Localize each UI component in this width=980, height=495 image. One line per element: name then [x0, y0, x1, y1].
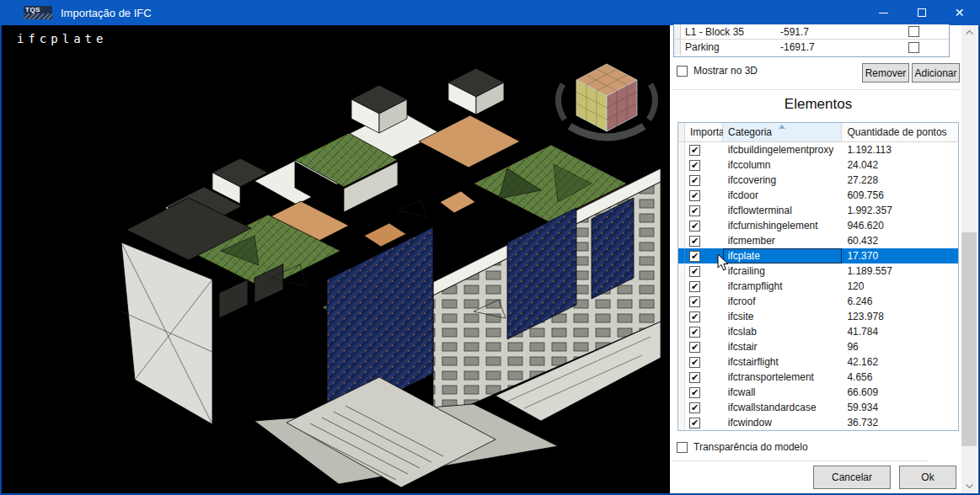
panel-scrollbar[interactable] [961, 25, 977, 493]
import-checkbox[interactable]: ✔ [689, 311, 700, 322]
points-cell: 59.934 [842, 402, 958, 413]
category-cell[interactable]: ifcbuildingelementproxy [723, 142, 843, 157]
3d-viewport[interactable]: ifcplate [2, 25, 670, 493]
import-checkbox[interactable]: ✔ [689, 266, 700, 277]
category-cell[interactable]: ifcwallstandardcase [723, 400, 843, 415]
cancel-button[interactable]: Cancelar [813, 466, 891, 489]
column-header-pontos[interactable]: Quantidade de pontos [842, 123, 958, 141]
add-button[interactable]: Adicionar [912, 63, 960, 82]
category-cell[interactable]: ifccovering [723, 173, 843, 188]
table-row[interactable]: ✔ifcbuildingelementproxy1.192.113 [678, 142, 958, 157]
import-checkbox[interactable]: ✔ [689, 387, 700, 398]
category-cell[interactable]: ifccolumn [723, 157, 843, 173]
import-checkbox[interactable]: ✔ [689, 175, 700, 186]
level-checkbox[interactable] [908, 26, 919, 37]
category-cell[interactable]: ifcslab [723, 324, 843, 339]
row-header-strip [678, 339, 685, 354]
minimize-button[interactable] [865, 0, 902, 25]
table-row[interactable]: ✔ifcslab41.784 [678, 324, 958, 339]
elements-table-body: ✔ifcbuildingelementproxy1.192.113✔ifccol… [678, 142, 958, 430]
category-cell[interactable]: ifcstairflight [723, 354, 843, 370]
remove-button[interactable]: Remover [862, 63, 909, 82]
level-row[interactable]: Parking-1691.7 [674, 40, 949, 55]
points-cell: 6.246 [842, 295, 958, 307]
import-checkbox[interactable]: ✔ [689, 357, 700, 368]
category-cell[interactable]: ifcroof [723, 294, 843, 309]
table-row[interactable]: ✔ifcstair96 [678, 339, 958, 354]
category-cell[interactable]: ifcdoor [723, 188, 843, 203]
table-row[interactable]: ✔ifcdoor609.756 [678, 188, 958, 203]
levels-list[interactable]: L1 - Block 35-591.7Parking-1691.7 [673, 24, 950, 57]
points-cell: 123.978 [842, 311, 958, 322]
table-row[interactable]: ✔ifcfurnishingelement946.620 [678, 218, 958, 233]
table-row[interactable]: ✔ifcroof6.246 [678, 294, 958, 309]
points-cell: 1.192.113 [842, 144, 958, 156]
category-cell[interactable]: ifcmember [723, 233, 843, 248]
table-row[interactable]: ✔ifcwindow36.732 [678, 415, 958, 430]
table-row[interactable]: ✔ifcflowterminal1.992.357 [678, 203, 958, 218]
points-cell: 24.042 [842, 159, 958, 171]
table-row[interactable]: ✔ifccovering27.228 [678, 173, 958, 188]
import-cell: ✔ [685, 203, 723, 218]
import-checkbox[interactable]: ✔ [689, 236, 700, 247]
row-header-strip [678, 354, 685, 370]
row-header-strip [678, 324, 685, 339]
import-checkbox[interactable]: ✔ [689, 402, 700, 413]
tqs-app-icon: TQS [24, 6, 52, 19]
minimize-icon [879, 13, 888, 13]
column-header-categoria[interactable]: Categoria [723, 123, 843, 141]
table-row[interactable]: ✔ifcrampflight120 [678, 279, 958, 294]
scroll-up-icon[interactable] [961, 25, 977, 40]
import-checkbox[interactable]: ✔ [689, 296, 700, 307]
category-cell[interactable]: ifcwindow [723, 415, 843, 430]
import-checkbox[interactable]: ✔ [689, 342, 700, 353]
table-row[interactable]: ✔ifccolumn24.042 [678, 157, 958, 173]
category-cell[interactable]: ifcsite [723, 309, 843, 324]
import-checkbox[interactable]: ✔ [689, 251, 700, 262]
show-in-3d-checkbox[interactable] [677, 66, 688, 77]
table-row[interactable]: ✔ifcstairflight42.162 [678, 354, 958, 370]
import-checkbox[interactable]: ✔ [689, 372, 700, 383]
viewport-category-label: ifcplate [17, 32, 107, 45]
scroll-down-icon[interactable] [961, 479, 977, 493]
elements-heading: Elementos [677, 96, 959, 113]
title-bar[interactable]: TQS Importação de IFC ✕ [0, 0, 980, 25]
ok-button[interactable]: Ok [899, 466, 956, 489]
table-row[interactable]: ✔ifcsite123.978 [678, 309, 958, 324]
import-cell: ✔ [685, 233, 723, 248]
level-row[interactable]: L1 - Block 35-591.7 [674, 24, 949, 40]
view-cube[interactable] [551, 52, 662, 146]
category-cell[interactable]: ifcplate [723, 248, 843, 263]
category-cell[interactable]: ifcstair [723, 339, 843, 354]
category-cell[interactable]: ifcwall [723, 385, 843, 400]
import-checkbox[interactable]: ✔ [689, 145, 700, 156]
import-checkbox[interactable]: ✔ [689, 281, 700, 292]
category-cell[interactable]: ifcrampflight [723, 279, 843, 294]
import-checkbox[interactable]: ✔ [689, 190, 700, 201]
import-checkbox[interactable]: ✔ [689, 205, 700, 216]
import-checkbox[interactable]: ✔ [689, 327, 700, 338]
table-row[interactable]: ✔ifcwallstandardcase59.934 [678, 400, 958, 415]
import-cell: ✔ [685, 157, 723, 173]
import-checkbox[interactable]: ✔ [689, 418, 700, 428]
table-row[interactable]: ✔ifcmember60.432 [678, 233, 958, 248]
scrollbar-thumb[interactable] [961, 232, 977, 446]
table-row[interactable]: ✔ifctransportelement4.656 [678, 370, 958, 385]
close-button[interactable]: ✕ [940, 0, 978, 25]
level-checkbox[interactable] [908, 42, 919, 53]
table-row[interactable]: ✔ifcwall66.609 [678, 385, 958, 400]
points-cell: 1.189.557 [842, 265, 958, 277]
model-transparency-checkbox[interactable] [677, 442, 688, 453]
import-checkbox[interactable]: ✔ [689, 160, 700, 171]
row-header-strip [678, 157, 685, 173]
elements-table-header: Importar Categoria Quantidade de pontos [678, 123, 958, 142]
category-cell[interactable]: ifcflowterminal [723, 203, 843, 218]
level-elevation: -1691.7 [780, 41, 898, 53]
column-header-importar[interactable]: Importar [685, 123, 723, 141]
import-checkbox[interactable]: ✔ [689, 221, 700, 232]
points-cell: 27.228 [842, 174, 958, 186]
maximize-button[interactable] [902, 0, 940, 25]
category-cell[interactable]: ifcrailing [723, 263, 843, 279]
category-cell[interactable]: ifcfurnishingelement [723, 218, 843, 233]
category-cell[interactable]: ifctransportelement [723, 370, 843, 385]
